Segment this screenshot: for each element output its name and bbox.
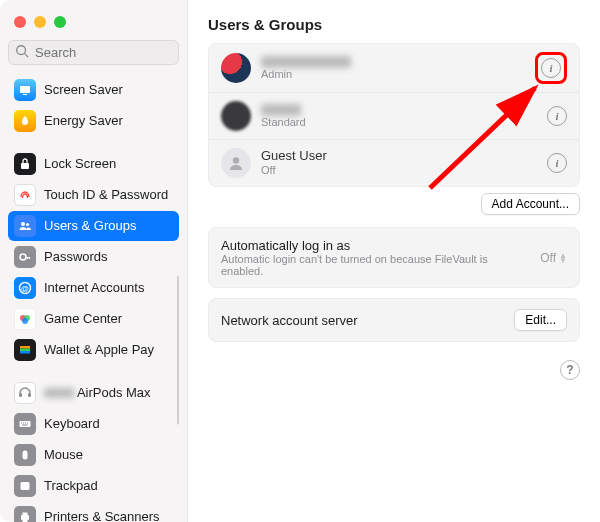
svg-rect-2	[20, 86, 30, 93]
search-input[interactable]	[8, 40, 179, 65]
sidebar-item-users-groups[interactable]: Users & Groups	[8, 211, 179, 241]
value-text: Off	[540, 251, 556, 265]
sidebar-item-label: Touch ID & Password	[44, 188, 168, 202]
auto-login-value[interactable]: Off ▲▼	[540, 251, 567, 265]
screen-saver-icon	[14, 79, 36, 101]
svg-line-1	[25, 54, 29, 58]
svg-rect-24	[23, 451, 28, 460]
svg-point-7	[20, 254, 26, 260]
svg-rect-23	[22, 425, 28, 426]
sidebar-item-internet-accounts[interactable]: @ Internet Accounts	[8, 273, 179, 303]
stepper-icon: ▲▼	[559, 253, 567, 263]
svg-rect-17	[28, 393, 31, 397]
auto-login-panel: Automatically log in as Automatic login …	[208, 227, 580, 288]
sidebar-item-airpods[interactable]: AirPods Max	[8, 378, 179, 408]
sidebar-item-label: Game Center	[44, 312, 122, 326]
auto-login-row[interactable]: Automatically log in as Automatic login …	[209, 228, 579, 287]
sidebar-scrollbar[interactable]	[177, 275, 179, 425]
sidebar-item-label: Keyboard	[44, 417, 100, 431]
avatar	[221, 101, 251, 131]
sidebar-item-label: Wallet & Apple Pay	[44, 343, 154, 357]
sidebar-item-mouse[interactable]: Mouse	[8, 440, 179, 470]
setting-title: Network account server	[221, 313, 504, 328]
sidebar-item-label: Lock Screen	[44, 157, 116, 171]
edit-network-server-button[interactable]: Edit...	[514, 309, 567, 331]
sidebar-item-lock-screen[interactable]: Lock Screen	[8, 149, 179, 179]
sidebar-item-wallet[interactable]: Wallet & Apple Pay	[8, 335, 179, 365]
search-container	[8, 40, 179, 65]
sidebar-item-label: Mouse	[44, 448, 83, 462]
svg-rect-3	[23, 94, 27, 95]
network-server-row: Network account server Edit...	[209, 299, 579, 341]
user-texts: Guest User Off	[261, 149, 537, 177]
sidebar-item-keyboard[interactable]: Keyboard	[8, 409, 179, 439]
help-row: ?	[208, 360, 580, 380]
help-button[interactable]: ?	[560, 360, 580, 380]
sidebar-item-label: Printers & Scanners	[44, 510, 160, 522]
svg-rect-16	[19, 393, 22, 397]
user-texts: Standard	[261, 104, 537, 129]
users-list: Admin i Standard i Guest User	[208, 43, 580, 187]
internet-accounts-icon: @	[14, 277, 36, 299]
user-row[interactable]: Standard i	[209, 93, 579, 140]
sidebar-item-label: Trackpad	[44, 479, 98, 493]
user-info-button[interactable]: i	[547, 106, 567, 126]
sidebar-item-energy-saver[interactable]: Energy Saver	[8, 106, 179, 136]
user-name: Guest User	[261, 149, 537, 164]
user-info-button[interactable]: i	[547, 153, 567, 173]
mouse-icon	[14, 444, 36, 466]
close-window-button[interactable]	[14, 16, 26, 28]
add-account-button[interactable]: Add Account...	[481, 193, 580, 215]
sidebar-item-printers[interactable]: Printers & Scanners	[8, 502, 179, 522]
svg-rect-20	[23, 423, 24, 424]
setting-subtitle: Automatic login can't be turned on becau…	[221, 253, 530, 277]
annotation-highlight: i	[535, 52, 567, 84]
sidebar: Screen Saver Energy Saver Lock Screen	[0, 0, 188, 522]
sidebar-item-label: Internet Accounts	[44, 281, 144, 295]
user-name	[261, 56, 351, 68]
user-info-button[interactable]: i	[541, 58, 561, 78]
sidebar-item-touch-id[interactable]: Touch ID & Password	[8, 180, 179, 210]
svg-rect-15	[20, 351, 30, 354]
sidebar-item-label: Users & Groups	[44, 219, 136, 233]
svg-rect-18	[20, 421, 31, 427]
page-title: Users & Groups	[208, 16, 580, 33]
svg-rect-25	[21, 482, 30, 490]
svg-rect-21	[25, 423, 26, 424]
svg-rect-13	[20, 346, 30, 349]
window-controls	[8, 10, 179, 40]
avatar	[221, 53, 251, 83]
minimize-window-button[interactable]	[34, 16, 46, 28]
svg-rect-4	[21, 163, 29, 169]
search-icon	[15, 44, 29, 58]
sidebar-item-passwords[interactable]: Passwords	[8, 242, 179, 272]
sidebar-item-game-center[interactable]: Game Center	[8, 304, 179, 334]
game-center-icon	[14, 308, 36, 330]
user-row[interactable]: Admin i	[209, 44, 579, 93]
svg-point-0	[17, 46, 26, 55]
sidebar-item-trackpad[interactable]: Trackpad	[8, 471, 179, 501]
lock-screen-icon	[14, 153, 36, 175]
setting-texts: Network account server	[221, 313, 504, 328]
passwords-icon	[14, 246, 36, 268]
add-account-row: Add Account...	[208, 193, 580, 215]
sidebar-item-label: Passwords	[44, 250, 108, 264]
svg-point-6	[26, 223, 29, 226]
setting-texts: Automatically log in as Automatic login …	[221, 238, 530, 277]
sidebar-list: Screen Saver Energy Saver Lock Screen	[8, 75, 179, 522]
svg-rect-14	[20, 349, 30, 352]
svg-point-12	[22, 318, 28, 324]
network-server-panel: Network account server Edit...	[208, 298, 580, 342]
sidebar-item-label: Energy Saver	[44, 114, 123, 128]
svg-rect-19	[21, 423, 22, 424]
touch-id-icon	[14, 184, 36, 206]
main-content: Users & Groups Admin i Standard i	[188, 0, 600, 522]
keyboard-icon	[14, 413, 36, 435]
settings-window: Screen Saver Energy Saver Lock Screen	[0, 0, 600, 522]
svg-point-29	[233, 157, 239, 163]
sidebar-item-screen-saver[interactable]: Screen Saver	[8, 75, 179, 105]
user-role: Standard	[261, 116, 537, 129]
user-row[interactable]: Guest User Off i	[209, 140, 579, 186]
fullscreen-window-button[interactable]	[54, 16, 66, 28]
trackpad-icon	[14, 475, 36, 497]
